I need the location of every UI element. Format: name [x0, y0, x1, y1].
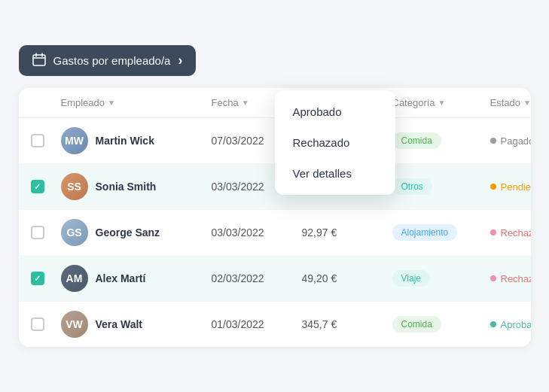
status-label-george: Rechazado: [501, 227, 531, 239]
gastos-button[interactable]: Gastos por empleado/a ›: [19, 45, 197, 76]
col-empleado: Empleado ▼: [61, 97, 212, 108]
dropdown-ver-detalles[interactable]: Ver detalles: [275, 158, 395, 189]
badge-martin: Comida: [392, 132, 441, 149]
category-george: Alojamiento: [392, 224, 490, 241]
status-dot-vera: [490, 321, 496, 327]
category-sonia: Otros: [392, 178, 490, 195]
badge-vera: Comida: [392, 316, 441, 333]
chevron-icon: ›: [178, 53, 182, 68]
row-checkbox[interactable]: [31, 318, 61, 331]
row-checkbox[interactable]: [31, 272, 61, 285]
badge-alex: Viaje: [392, 270, 430, 287]
employee-cell-vera: VW Vera Walt: [61, 311, 212, 338]
dropdown-menu: Aprobado Rechazado Ver detalles: [275, 90, 395, 195]
status-dot-sonia: [490, 184, 496, 190]
avatar-sonia: SS: [61, 173, 88, 200]
status-label-vera: Aprobado: [501, 319, 531, 330]
avatar-alex: AM: [61, 265, 88, 292]
svg-rect-0: [33, 55, 45, 65]
status-label-sonia: Pendiente: [501, 181, 531, 193]
header-button-label: Gastos por empleado/a: [53, 54, 171, 67]
status-vera: Aprobado: [490, 319, 531, 330]
status-alex: Rechazado: [490, 273, 531, 284]
date-alex: 02/03/2022: [212, 272, 302, 284]
employee-cell-martin: MW Martin Wick: [61, 127, 212, 154]
table-row: AM Alex Martí 02/03/2022 49,20 € Viaje R…: [19, 256, 531, 302]
status-label-alex: Rechazado: [501, 273, 531, 284]
employee-name-alex: Alex Martí: [96, 272, 146, 284]
calendar-icon: [32, 53, 46, 68]
category-martin: Comida: [392, 132, 490, 149]
status-sonia: Pendiente: [490, 181, 531, 193]
employee-name-george: George Sanz: [96, 226, 160, 239]
amount-alex: 49,20 €: [302, 272, 392, 284]
employee-cell-george: GS George Sanz: [61, 219, 212, 246]
status-dot-martin: [490, 138, 496, 144]
status-dot-alex: [490, 275, 496, 281]
checkbox-martin[interactable]: [31, 134, 44, 147]
amount-vera: 345,7 €: [302, 318, 392, 330]
table-row: VW Vera Walt 01/03/2022 345,7 € Comida A…: [19, 302, 531, 347]
date-vera: 01/03/2022: [212, 318, 302, 330]
status-martin: Pagado: [490, 135, 531, 147]
category-alex: Viaje: [392, 270, 490, 287]
row-checkbox[interactable]: [31, 134, 61, 147]
dropdown-aprobado[interactable]: Aprobado: [275, 96, 395, 127]
row-checkbox[interactable]: [31, 180, 61, 193]
employee-name-sonia: Sonia Smith: [96, 181, 157, 193]
main-container: Gastos por empleado/a › Aprobado Rechaza…: [19, 45, 531, 347]
sort-arrow-empleado[interactable]: ▼: [108, 99, 115, 107]
employee-cell-sonia: SS Sonia Smith: [61, 173, 212, 200]
date-george: 03/03/2022: [212, 226, 302, 239]
checkbox-vera[interactable]: [31, 318, 44, 331]
badge-george: Alojamiento: [392, 224, 458, 241]
row-checkbox[interactable]: [31, 226, 61, 239]
status-dot-george: [490, 229, 496, 236]
badge-sonia: Otros: [392, 178, 432, 195]
sort-arrow-estado[interactable]: ▼: [523, 99, 531, 107]
sort-arrow-categoria[interactable]: ▼: [438, 99, 446, 107]
amount-george: 92,97 €: [302, 226, 392, 239]
col-estado: Estado ▼: [490, 97, 531, 108]
col-categoria: Categoría ▼: [392, 97, 490, 108]
dropdown-rechazado[interactable]: Rechazado: [275, 127, 395, 158]
employee-cell-alex: AM Alex Martí: [61, 265, 212, 292]
checkbox-george[interactable]: [31, 226, 44, 239]
table-row: GS George Sanz 03/03/2022 92,97 € Alojam…: [19, 210, 531, 256]
checkbox-alex[interactable]: [31, 272, 44, 285]
status-label-martin: Pagado: [501, 135, 531, 147]
checkbox-sonia[interactable]: [31, 180, 44, 193]
employee-name-vera: Vera Walt: [96, 318, 143, 330]
employee-name-martin: Martin Wick: [96, 135, 154, 147]
status-george: Rechazado: [490, 227, 531, 239]
avatar-vera: VW: [61, 311, 88, 338]
avatar-george: GS: [61, 219, 88, 246]
sort-arrow-fecha[interactable]: ▼: [242, 99, 249, 107]
avatar-martin: MW: [61, 127, 88, 154]
category-vera: Comida: [392, 316, 490, 333]
